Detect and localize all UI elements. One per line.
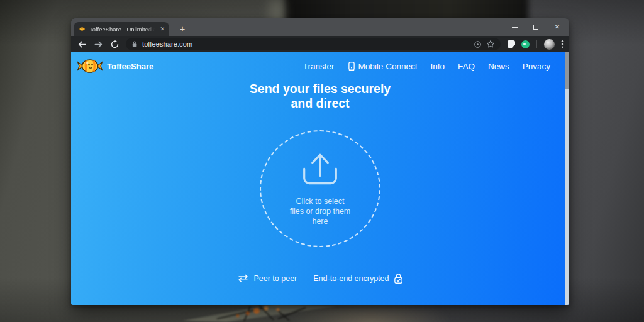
tab-close-icon[interactable]: ✕: [160, 26, 165, 32]
nav-transfer-label: Transfer: [303, 62, 335, 71]
candy-logo-icon: [76, 58, 104, 74]
hero-line1: Send your files securely: [71, 82, 569, 96]
nav-news-label: News: [488, 62, 509, 71]
feature-peer-to-peer: Peer to peer: [237, 274, 297, 283]
hero-heading: Send your files securely and direct: [71, 82, 569, 111]
nav-faq[interactable]: FAQ: [458, 62, 475, 71]
url-text[interactable]: toffeeshare.com: [142, 40, 469, 48]
dropzone-line2: files or drop them: [290, 206, 351, 216]
feature-encrypted: End-to-end encrypted: [313, 272, 402, 284]
extension-green-circle-icon[interactable]: [521, 40, 530, 48]
browser-window: ToffeeShare - Unlimited and sec ✕ + ✕: [71, 18, 569, 305]
minimize-button[interactable]: [504, 18, 525, 36]
window-controls: ✕: [504, 18, 568, 36]
arrow-left-icon: [77, 40, 87, 49]
minimize-icon: [512, 27, 518, 28]
feature-encrypted-label: End-to-end encrypted: [313, 274, 389, 283]
dropzone-line3: here: [290, 216, 351, 226]
close-button[interactable]: ✕: [547, 18, 568, 36]
page-scrollbar[interactable]: [565, 52, 569, 305]
lock-check-icon: [394, 272, 403, 284]
swap-arrows-icon: [237, 274, 249, 282]
scrollbar-thumb[interactable]: [565, 52, 569, 89]
new-tab-button[interactable]: +: [175, 21, 190, 36]
upload-tray-icon: [297, 151, 343, 189]
back-button[interactable]: [77, 39, 87, 50]
page-action-target-circle-icon[interactable]: [474, 40, 482, 48]
browser-titlebar: ToffeeShare - Unlimited and sec ✕ + ✕: [71, 18, 569, 36]
smartphone-icon: [348, 62, 355, 71]
reload-icon: [110, 40, 119, 49]
file-dropzone[interactable]: Click to select files or drop them here: [260, 130, 380, 247]
extensions-area: [508, 39, 564, 50]
site-security-lock-icon: [131, 40, 138, 48]
maximize-icon: [533, 25, 538, 30]
dropzone-line1: Click to select: [290, 196, 351, 206]
arrow-right-icon: [94, 40, 103, 49]
tab-favicon-candy-icon: [78, 26, 86, 31]
browser-tab[interactable]: ToffeeShare - Unlimited and sec ✕: [74, 22, 169, 36]
brand-name: ToffeeShare: [107, 62, 153, 71]
nav-privacy-label: Privacy: [523, 62, 550, 71]
toolbar-separator: [536, 40, 537, 48]
main-nav: Transfer Mobile Connect Info FAQ News Pr…: [303, 62, 550, 71]
dropzone-text: Click to select files or drop them here: [290, 196, 351, 226]
nav-transfer[interactable]: Transfer: [303, 62, 335, 71]
forward-button[interactable]: [93, 39, 104, 50]
nav-mobile-connect-label: Mobile Connect: [358, 62, 418, 71]
maximize-button[interactable]: [525, 18, 547, 36]
brand-logo[interactable]: ToffeeShare: [76, 58, 153, 74]
site-header: ToffeeShare Transfer Mobile Connect Info…: [71, 52, 569, 74]
nav-news[interactable]: News: [488, 62, 509, 71]
extension-flag-icon[interactable]: [508, 40, 515, 48]
nav-info[interactable]: Info: [430, 62, 445, 71]
nav-privacy[interactable]: Privacy: [523, 62, 550, 71]
reload-button[interactable]: [109, 39, 120, 50]
toffeeshare-page: ToffeeShare Transfer Mobile Connect Info…: [71, 52, 569, 305]
nav-mobile-connect[interactable]: Mobile Connect: [348, 62, 418, 71]
nav-info-label: Info: [430, 62, 445, 71]
profile-avatar[interactable]: [544, 39, 555, 50]
browser-toolbar: toffeeshare.com: [71, 36, 569, 52]
address-bar[interactable]: toffeeshare.com: [126, 38, 501, 50]
tab-title: ToffeeShare - Unlimited and sec: [89, 26, 156, 33]
browser-menu-three-dots-icon[interactable]: [561, 40, 564, 48]
feature-peer-label: Peer to peer: [253, 274, 297, 283]
hero-line2: and direct: [71, 96, 569, 111]
feature-row: Peer to peer End-to-end encrypted: [71, 272, 569, 284]
nav-faq-label: FAQ: [458, 62, 475, 71]
bookmark-star-icon[interactable]: [486, 40, 495, 48]
